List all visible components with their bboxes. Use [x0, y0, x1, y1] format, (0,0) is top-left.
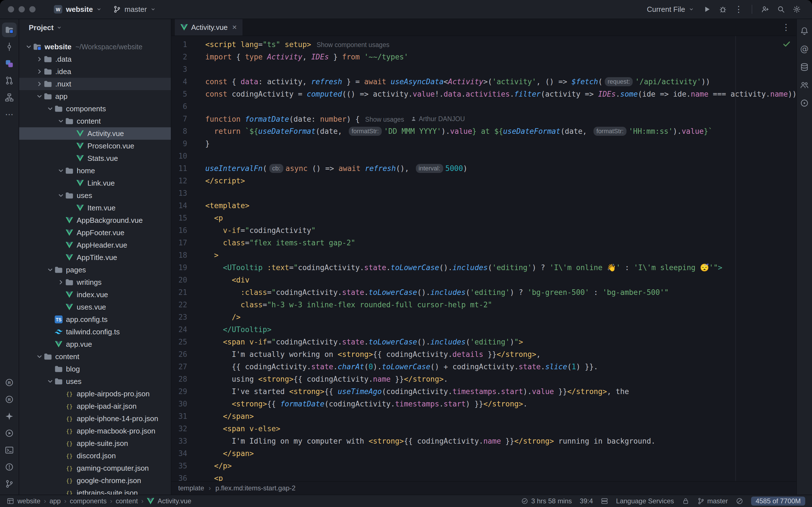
tree-item-pages[interactable]: pages	[19, 264, 171, 276]
tree-item-uses[interactable]: uses	[19, 375, 171, 388]
code-line[interactable]: 34 </span>	[171, 447, 796, 460]
run-configuration-widget[interactable]: Current File	[642, 3, 699, 15]
code-line[interactable]: 28 using <strong>{{ codingActivity.name …	[171, 373, 796, 385]
tree-item-uses[interactable]: uses	[19, 189, 171, 202]
code-line[interactable]: 18 >	[171, 249, 796, 262]
status-path-content[interactable]: content	[116, 497, 138, 505]
code-with-me-button[interactable]	[758, 2, 772, 17]
tool-stripe-mentions-at-button[interactable]: @	[797, 42, 812, 56]
tree-item-website[interactable]: website~/Workspace/website	[19, 41, 171, 53]
search-everywhere-button[interactable]	[774, 2, 788, 17]
status-path-Activity.vue[interactable]: Activity.vue	[158, 497, 192, 505]
tree-item-.idea[interactable]: .idea	[19, 65, 171, 78]
status-path-app[interactable]: app	[49, 497, 61, 505]
branch-widget[interactable]: master	[109, 3, 160, 15]
tool-stripe-database-button[interactable]	[797, 60, 812, 74]
close-window-button[interactable]	[8, 6, 14, 12]
code-vision-hint[interactable]: Show component usages	[311, 41, 389, 48]
code-line[interactable]: 17 class="flex items-start gap-2"	[171, 237, 796, 249]
code-line[interactable]: 1<script lang="ts" setup> Show component…	[171, 38, 796, 51]
code-line[interactable]: 33 I'm Idling on my computer with <stron…	[171, 435, 796, 447]
tree-item-tailwind.config.ts[interactable]: tailwind.config.ts	[19, 326, 171, 338]
tree-item-Stats.vue[interactable]: Stats.vue	[19, 152, 171, 165]
tree-item-content[interactable]: content	[19, 115, 171, 127]
chevron-down-icon[interactable]	[57, 191, 65, 200]
code-line[interactable]: 3	[171, 63, 796, 75]
code-line[interactable]: 9}	[171, 137, 796, 150]
tree-item-app.config.ts[interactable]: TSapp.config.ts	[19, 313, 171, 326]
tree-item-apple-iphone-14-pro.json[interactable]: {}apple-iphone-14-pro.json	[19, 412, 171, 425]
settings-button[interactable]	[790, 2, 804, 17]
tool-stripe-plugin-circle-button[interactable]	[797, 96, 812, 110]
tree-item-Link.vue[interactable]: Link.vue	[19, 177, 171, 189]
status-language-services[interactable]: Language Services	[616, 497, 674, 505]
tree-item-AppBackground.vue[interactable]: AppBackground.vue	[19, 214, 171, 226]
tree-item-components[interactable]: components	[19, 103, 171, 115]
status-stack[interactable]	[601, 497, 608, 505]
tree-item-gaming-computer.json[interactable]: {}gaming-computer.json	[19, 462, 171, 474]
chevron-down-icon[interactable]	[25, 43, 33, 51]
status-4585-of-7700m[interactable]: 4585 of 7700M	[751, 497, 805, 506]
tool-stripe-project-folder-button[interactable]	[2, 22, 17, 37]
tool-stripe-problems-button[interactable]	[2, 460, 17, 474]
status-lock[interactable]	[682, 497, 689, 505]
tool-stripe-terminal-button[interactable]	[2, 443, 17, 457]
tree-item-Activity.vue[interactable]: Activity.vue	[19, 127, 171, 140]
code-line[interactable]: 35 </p>	[171, 460, 796, 472]
code-line[interactable]: 5const codingActivity = computed(() => a…	[171, 88, 796, 100]
code-line[interactable]: 24 </UTooltip>	[171, 323, 796, 336]
tree-item-apple-ipad-air.json[interactable]: {}apple-ipad-air.json	[19, 400, 171, 412]
code-line[interactable]: 31 </span>	[171, 410, 796, 422]
tree-item-index.vue[interactable]: index.vue	[19, 288, 171, 301]
breadcrumb-item[interactable]: template	[178, 484, 204, 492]
code-line[interactable]: 6	[171, 100, 796, 113]
tree-item-content[interactable]: content	[19, 350, 171, 363]
tree-item-apple-suite.json[interactable]: {}apple-suite.json	[19, 437, 171, 450]
tree-item-google-chrome.json[interactable]: {}google-chrome.json	[19, 474, 171, 487]
tree-item-.nuxt[interactable]: .nuxt	[19, 78, 171, 90]
tree-item-app.vue[interactable]: app.vue	[19, 338, 171, 350]
status-slash[interactable]	[736, 497, 743, 505]
tool-stripe-spark-button[interactable]	[2, 409, 17, 424]
code-vision-hint[interactable]: Show usages	[360, 116, 404, 123]
code-line[interactable]: 2import { type Activity, IDEs } from '~~…	[171, 51, 796, 63]
tree-item-home[interactable]: home	[19, 165, 171, 177]
code-line[interactable]: 12</script>	[171, 175, 796, 187]
code-line[interactable]: 4const { data: activity, refresh } = awa…	[171, 75, 796, 88]
code-line[interactable]: 23 />	[171, 311, 796, 323]
code-line[interactable]: 36 <p	[171, 472, 796, 481]
code-line[interactable]: 13	[171, 187, 796, 200]
chevron-down-icon[interactable]	[36, 353, 43, 360]
code-line[interactable]: 25 <span v-if="codingActivity.state.toLo…	[171, 336, 796, 348]
code-line[interactable]: 20 <div	[171, 274, 796, 286]
tool-stripe-ai-plugin-button[interactable]	[2, 56, 17, 71]
tool-stripe-git-branch-button[interactable]	[2, 476, 17, 491]
tree-item-AppFooter.vue[interactable]: AppFooter.vue	[19, 226, 171, 239]
code-line[interactable]: 7function formatDate(date: number) { Sho…	[171, 113, 796, 125]
code-line[interactable]: 21 :class="codingActivity.state.toLowerC…	[171, 286, 796, 298]
tool-stripe-structure-button[interactable]	[2, 90, 17, 105]
status-master[interactable]: master	[697, 497, 728, 505]
chevron-right-icon[interactable]	[36, 68, 43, 75]
tool-stripe-r-plugin-button[interactable]: R	[2, 375, 17, 390]
tree-item-Item.vue[interactable]: Item.vue	[19, 202, 171, 214]
code-line[interactable]: 26 I'm actually working on <strong>{{ co…	[171, 348, 796, 360]
tree-item-apple-macbook-pro.json[interactable]: {}apple-macbook-pro.json	[19, 425, 171, 437]
run-button[interactable]	[700, 2, 714, 17]
status-3-hrs-58-mins[interactable]: 3 hrs 58 mins	[521, 497, 572, 505]
tree-item-AppHeader.vue[interactable]: AppHeader.vue	[19, 239, 171, 251]
minimize-window-button[interactable]	[18, 6, 25, 12]
chevron-down-icon[interactable]	[46, 105, 54, 113]
tree-item-ProseIcon.vue[interactable]: ProseIcon.vue	[19, 140, 171, 152]
project-widget[interactable]: W website	[49, 3, 106, 15]
tool-stripe-pull-requests-button[interactable]	[2, 73, 17, 88]
tree-item-uses.vue[interactable]: uses.vue	[19, 301, 171, 313]
inspections-status-icon[interactable]	[782, 40, 791, 48]
code-line[interactable]: 29 I've started <strong>{{ useTimeAgo(co…	[171, 385, 796, 398]
code-line[interactable]: 11useIntervalFn(cb:async () => await ref…	[171, 162, 796, 175]
chevron-down-icon[interactable]	[57, 117, 65, 125]
chevron-down-icon[interactable]	[57, 167, 65, 175]
tree-item-writings[interactable]: writings	[19, 276, 171, 288]
chevron-down-icon[interactable]	[46, 378, 54, 385]
code-line[interactable]: 30 <strong>{{ formatDate(codingActivity.…	[171, 398, 796, 410]
